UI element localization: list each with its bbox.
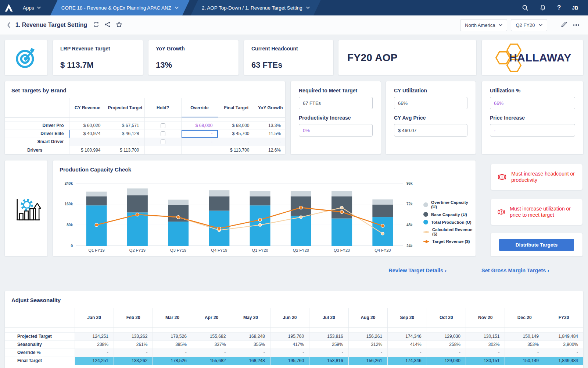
- spacer-cell: [144, 117, 181, 121]
- set-gross-margin-targets-link[interactable]: Set Gross Margin Targets›: [481, 268, 549, 273]
- final-target-cell: 153,816: [309, 357, 348, 365]
- projected-target-cell: 168,248: [231, 332, 270, 340]
- anaplan-logo-icon[interactable]: [0, 0, 18, 15]
- table-row: Final Target124,251133,262178,526155,682…: [5, 357, 583, 365]
- refresh-icon[interactable]: [93, 21, 99, 29]
- hold-cell: [144, 146, 181, 155]
- hold-checkbox[interactable]: [161, 123, 165, 128]
- column-header: YoY Growth: [255, 98, 286, 117]
- period-selector-value: Q2 FY20: [516, 22, 535, 28]
- spacer-cell: [75, 327, 114, 332]
- svg-text:Q3 FY19: Q3 FY19: [170, 248, 186, 252]
- override--cell[interactable]: -: [348, 348, 387, 357]
- seasonality-title: Adjust Seasonality: [5, 291, 583, 308]
- override--cell[interactable]: -: [309, 348, 348, 357]
- column-header: Override: [181, 98, 218, 117]
- distribute-targets-button[interactable]: Distribute Targets: [499, 239, 574, 251]
- spacer-row: [5, 327, 583, 332]
- override-cell[interactable]: $ 68,000: [181, 121, 218, 130]
- chart-title: Production Capacity Check: [53, 160, 476, 177]
- kpi-value: 13%: [156, 60, 231, 70]
- override--cell[interactable]: -: [114, 348, 153, 357]
- legend-item: Calculated Revenue ($): [423, 227, 475, 236]
- anaplan-logo-icon: [4, 3, 14, 13]
- apps-menu[interactable]: Apps: [18, 0, 50, 15]
- toolbar-divider: [554, 20, 554, 30]
- svg-text:96k: 96k: [406, 181, 413, 185]
- set-targets-card: Set Targets by Brand CY RevenueProjected…: [4, 81, 286, 155]
- page-toolbar: 1. Revenue Target Setting North America …: [0, 15, 588, 35]
- override--cell[interactable]: -: [544, 348, 583, 357]
- field-label: CY Utilization: [394, 88, 467, 93]
- kpi-label: Current Headcount: [251, 46, 326, 52]
- more-options-icon[interactable]: [571, 22, 582, 28]
- legend-label: Target Revenue ($): [432, 239, 470, 244]
- column-header: Sep 20: [388, 308, 427, 327]
- hold-checkbox[interactable]: [161, 131, 165, 136]
- override--cell[interactable]: -: [270, 348, 309, 357]
- cy-avg-price-input[interactable]: [394, 124, 467, 137]
- hold-checkbox[interactable]: [161, 139, 165, 144]
- hold-cell: [144, 130, 181, 138]
- kpi-label: LRP Revenue Target: [60, 46, 136, 52]
- row-label: Driver Elite: [5, 130, 69, 138]
- region-selector-value: North America: [465, 22, 495, 28]
- projected-target-cell: 130,151: [466, 332, 505, 340]
- breadcrumb-model[interactable]: CORE 18 - Revenue & OpEx Planning APAC A…: [50, 0, 190, 15]
- legend-swatch: [423, 212, 428, 217]
- spacer-cell: [466, 327, 505, 332]
- override--cell[interactable]: -: [427, 348, 466, 357]
- override--cell[interactable]: -: [466, 348, 505, 357]
- required-to-meet-target-input[interactable]: [299, 97, 373, 109]
- price-increase-input[interactable]: [490, 124, 575, 137]
- projected-target-cell: 1,849,484: [544, 332, 583, 340]
- search-icon[interactable]: [522, 4, 528, 11]
- projected-target-cell: 133,262: [114, 332, 153, 340]
- user-avatar[interactable]: JB: [572, 5, 578, 11]
- override--cell[interactable]: -: [153, 348, 192, 357]
- distribute-targets-card: Distribute Targets: [490, 233, 583, 256]
- star-favorite-icon[interactable]: [116, 21, 122, 29]
- override--cell[interactable]: -: [75, 348, 114, 357]
- cy-utilization-input[interactable]: [394, 97, 467, 109]
- input-panel: Utilization %Price Increase: [481, 81, 584, 155]
- notifications-bell-icon[interactable]: [539, 4, 546, 11]
- override--cell[interactable]: -: [231, 348, 270, 357]
- column-header: May 20: [231, 308, 270, 327]
- spacer-cell: [5, 327, 75, 332]
- svg-text:Q2 FY20: Q2 FY20: [293, 248, 309, 252]
- page-action-icons: [93, 21, 122, 29]
- back-chevron-icon[interactable]: [7, 22, 10, 28]
- review-target-details-link[interactable]: Review Target Details›: [386, 268, 447, 273]
- adjust-seasonality-card: Adjust Seasonality Jan 20Feb 20Mar 20Apr…: [4, 291, 584, 368]
- kpi-lrp-revenue-target: LRP Revenue Target $ 113.7M: [53, 40, 143, 75]
- table-row: Seasonality238%261%395%337%355%417%259%3…: [5, 340, 583, 348]
- override-cell[interactable]: -: [181, 130, 218, 138]
- final-target-cell: 178,526: [153, 357, 192, 365]
- column-header: Feb 20: [114, 308, 153, 327]
- field-label: CY Avg Price: [394, 115, 467, 121]
- alert-icon: [496, 169, 508, 185]
- projected-target-cell: 156,261: [348, 332, 387, 340]
- breadcrumb: CORE 18 - Revenue & OpEx Planning APAC A…: [50, 0, 321, 15]
- legend-item: Total Production (U): [423, 220, 475, 224]
- projected-target-cell: 155,682: [192, 332, 231, 340]
- apps-label: Apps: [23, 5, 34, 11]
- chart-legend: Overtime Capacity (U)Base Capacity (U)To…: [423, 200, 475, 244]
- table-row: Override %-------------: [5, 348, 583, 357]
- override--cell[interactable]: -: [505, 348, 544, 357]
- cy-revenue-cell: -: [69, 138, 106, 146]
- spacer-cell: [69, 117, 106, 121]
- utilization--input[interactable]: [490, 97, 575, 109]
- projected-target-cell: 124,251: [75, 332, 114, 340]
- region-selector[interactable]: North America: [460, 19, 507, 31]
- period-selector[interactable]: Q2 FY20: [511, 19, 547, 31]
- override--cell[interactable]: -: [388, 348, 427, 357]
- edit-pencil-icon[interactable]: [561, 21, 567, 29]
- productivity-increase-input[interactable]: [299, 124, 373, 137]
- breadcrumb-page[interactable]: 2. AOP Top-Down / 1. Revenue Target Sett…: [191, 0, 321, 15]
- share-icon[interactable]: [104, 21, 111, 29]
- help-icon[interactable]: ?: [557, 4, 561, 11]
- override-cell[interactable]: -: [181, 138, 218, 146]
- override--cell[interactable]: -: [192, 348, 231, 357]
